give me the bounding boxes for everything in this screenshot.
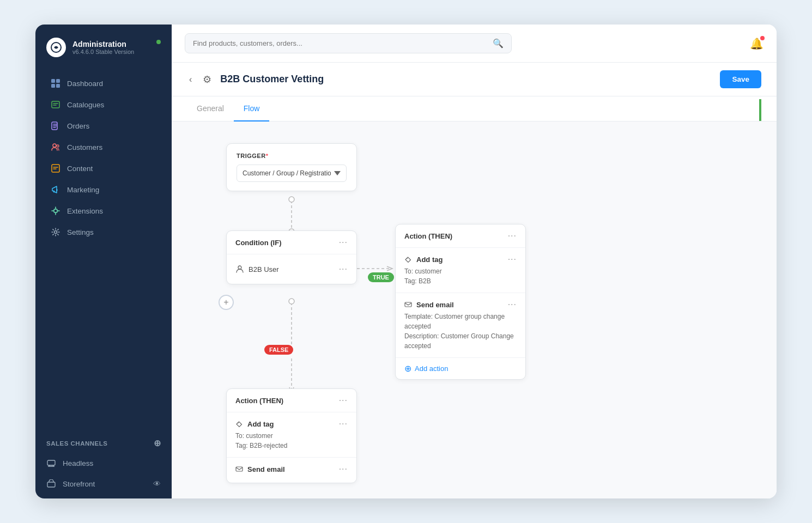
action-send-email-right-header: Send email ··· — [404, 300, 517, 309]
sidebar-item-dashboard[interactable]: Dashboard — [40, 73, 167, 94]
content-icon — [51, 163, 60, 173]
sidebar-nav: Dashboard Catalogues Orders — [35, 68, 172, 429]
flow-wrapper: TRIGGER* Customer / Group / Registration… — [193, 143, 755, 470]
extensions-label: Extensions — [67, 207, 103, 215]
svg-rect-10 — [54, 209, 57, 212]
action-send-email-right-title: Send email — [404, 301, 454, 309]
storefront-label: Storefront — [63, 480, 95, 488]
action-node-bottom: Action (THEN) ··· Add tag ··· To: custom — [226, 388, 357, 483]
sidebar-item-marketing[interactable]: Marketing — [40, 179, 167, 200]
action-add-tag-bottom: Add tag ··· To: customerTag: B2B-rejecte… — [227, 412, 356, 458]
svg-point-21 — [289, 299, 294, 304]
add-channel-button[interactable]: ⊕ — [154, 438, 161, 448]
action-bottom-title: Action (THEN) — [235, 397, 283, 405]
svg-rect-5 — [52, 101, 59, 108]
storefront-icon — [46, 479, 56, 489]
eye-icon[interactable]: 👁 — [153, 479, 161, 488]
badge-false: FALSE — [264, 345, 293, 355]
page-title: B2B Customer Vetting — [220, 74, 324, 85]
svg-rect-9 — [52, 165, 59, 172]
svg-point-23 — [407, 258, 408, 259]
condition-title: Condition (IF) — [235, 239, 281, 247]
trigger-node: TRIGGER* Customer / Group / Registration… — [226, 143, 357, 191]
action-right-title: Action (THEN) — [404, 232, 452, 240]
sidebar-item-orders[interactable]: Orders — [40, 115, 167, 136]
page-header-left: ‹ ⚙ B2B Customer Vetting — [187, 71, 324, 88]
action-right-header: Action (THEN) ··· — [396, 224, 525, 248]
sidebar-item-storefront[interactable]: Storefront 👁 — [35, 473, 172, 494]
condition-row: B2B User ··· — [235, 260, 348, 278]
condition-item-menu[interactable]: ··· — [339, 264, 348, 274]
action-add-tag-right: Add tag ··· To: customerTag: B2B — [396, 248, 525, 293]
condition-node-header: Condition (IF) ··· — [227, 231, 356, 254]
sidebar-item-headless[interactable]: Headless — [35, 453, 172, 473]
flow-canvas[interactable]: TRIGGER* Customer / Group / Registration… — [172, 121, 777, 498]
back-button[interactable]: ‹ — [187, 72, 194, 87]
tabs-bar: General Flow — [172, 96, 777, 121]
notification-bell[interactable]: 🔔 — [750, 37, 763, 50]
condition-body: B2B User ··· — [227, 254, 356, 284]
sidebar-item-settings[interactable]: Settings — [40, 222, 167, 242]
send-email-right-detail: Template: Customer group change accepted… — [404, 312, 517, 351]
add-action-plus-icon: ⊕ — [404, 363, 411, 374]
save-button[interactable]: Save — [720, 70, 761, 88]
app-container: Administration v6.4.6.0 Stable Version D… — [35, 25, 777, 498]
action-add-tag-right-header: Add tag ··· — [404, 254, 517, 264]
page-settings-button[interactable]: ⚙ — [201, 71, 214, 88]
action-send-email-bottom-header: Send email ··· — [235, 464, 348, 474]
sidebar-subtitle: v6.4.6.0 Stable Version — [72, 48, 134, 55]
email-icon — [404, 301, 412, 308]
send-email-right-menu[interactable]: ··· — [508, 300, 517, 309]
storefront-item-left: Storefront — [46, 479, 95, 489]
page-header: ‹ ⚙ B2B Customer Vetting Save — [172, 63, 777, 96]
tab-right-indicator — [759, 99, 761, 121]
topbar: 🔍 🔔 — [172, 25, 777, 63]
svg-point-7 — [53, 144, 56, 147]
marketing-icon — [51, 185, 60, 194]
svg-rect-3 — [51, 84, 55, 88]
sidebar-item-catalogues[interactable]: Catalogues — [40, 94, 167, 115]
sidebar-title-block: Administration v6.4.6.0 Stable Version — [72, 40, 134, 55]
sidebar-item-extensions[interactable]: Extensions — [40, 200, 167, 221]
extensions-icon — [51, 206, 60, 216]
action-add-tag-bottom-header: Add tag ··· — [235, 419, 348, 429]
sidebar-item-customers[interactable]: Customers — [40, 137, 167, 157]
action-add-tag-right-title: Add tag — [404, 256, 443, 264]
trigger-label: TRIGGER* — [237, 153, 347, 159]
action-bottom-menu[interactable]: ··· — [339, 396, 348, 405]
condition-menu-button[interactable]: ··· — [339, 238, 348, 247]
user-icon — [235, 265, 244, 273]
add-tag-bottom-menu[interactable]: ··· — [339, 419, 348, 429]
headless-item-left: Headless — [46, 458, 93, 468]
svg-rect-26 — [236, 467, 243, 471]
action-node-right: Action (THEN) ··· Add tag ··· To: custom — [395, 224, 526, 380]
send-email-bottom-menu[interactable]: ··· — [339, 464, 348, 474]
search-icon: 🔍 — [493, 38, 504, 48]
add-node-button[interactable]: + — [219, 295, 234, 310]
tag-icon-bottom — [235, 420, 243, 428]
notification-badge — [760, 36, 765, 40]
condition-item-label: B2B User — [249, 265, 279, 273]
email-icon-bottom — [235, 465, 243, 473]
svg-rect-1 — [51, 79, 55, 83]
sidebar: Administration v6.4.6.0 Stable Version D… — [35, 25, 172, 498]
search-input[interactable] — [193, 39, 488, 47]
condition-row-left: B2B User — [235, 265, 279, 273]
trigger-select[interactable]: Customer / Group / Registration / Acce..… — [237, 165, 347, 182]
svg-point-11 — [54, 231, 57, 234]
add-action-right-link[interactable]: ⊕ Add action — [396, 358, 525, 379]
add-tag-right-detail: To: customerTag: B2B — [404, 266, 517, 286]
condition-node: Condition (IF) ··· B2B User ··· — [226, 230, 357, 284]
tab-flow[interactable]: Flow — [234, 96, 270, 121]
add-tag-right-menu[interactable]: ··· — [508, 254, 517, 264]
action-right-menu[interactable]: ··· — [508, 231, 517, 241]
settings-label: Settings — [67, 228, 94, 236]
orders-icon — [51, 121, 60, 131]
svg-point-19 — [289, 197, 294, 202]
sidebar-item-content[interactable]: Content — [40, 158, 167, 179]
svg-rect-12 — [47, 460, 55, 465]
app-logo — [46, 38, 66, 57]
tab-general[interactable]: General — [187, 96, 234, 121]
svg-rect-4 — [56, 84, 60, 88]
sales-channels-section: Sales Channels ⊕ Headless Storefront — [35, 429, 172, 498]
